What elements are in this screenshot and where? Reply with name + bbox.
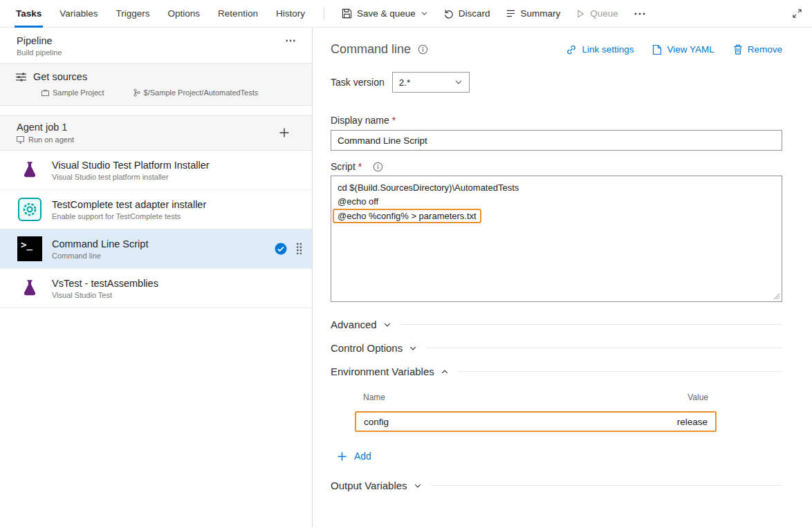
- task-row-vs-test-platform-installer[interactable]: Visual Studio Test Platform Installer Vi…: [0, 151, 312, 190]
- link-icon: [566, 44, 577, 55]
- pipeline-title: Pipeline: [17, 35, 62, 46]
- task-row-vstest-assemblies[interactable]: VsTest - testAssemblies Visual Studio Te…: [0, 269, 312, 308]
- tab-variables[interactable]: Variables: [50, 0, 107, 28]
- chevron-down-icon: [454, 78, 463, 86]
- section-control-options[interactable]: Control Options: [331, 342, 782, 354]
- list-icon: [506, 8, 516, 19]
- save-queue-button[interactable]: Save & queue: [342, 8, 428, 19]
- env-var-row: config release: [355, 411, 717, 432]
- pipeline-tree-panel: Pipeline Build pipeline Get sources Sam: [0, 28, 313, 527]
- task-version-select[interactable]: 2.*: [392, 72, 470, 93]
- tab-retention[interactable]: Retention: [209, 0, 267, 28]
- pipeline-header[interactable]: Pipeline Build pipeline: [0, 28, 312, 64]
- remove-label: Remove: [748, 44, 782, 55]
- task-title: TestComplete test adapter installer: [52, 199, 206, 210]
- tab-triggers[interactable]: Triggers: [107, 0, 159, 28]
- testcomplete-icon: [17, 196, 43, 223]
- section-output-variables[interactable]: Output Variables: [331, 480, 782, 491]
- summary-label: Summary: [521, 8, 561, 19]
- chevron-down-icon: [409, 344, 417, 352]
- chevron-up-icon: [441, 368, 449, 376]
- environment-variables-table: Name Value config release: [355, 393, 717, 432]
- toolbar-divider: [324, 8, 324, 20]
- save-icon: [342, 8, 352, 19]
- link-settings-button[interactable]: Link settings: [566, 44, 634, 55]
- env-name-input[interactable]: config: [364, 417, 389, 427]
- project-name: Sample Project: [53, 88, 104, 97]
- get-sources-row[interactable]: Get sources Sample Project $/Sample Proj…: [0, 64, 312, 106]
- document-icon: [652, 44, 662, 55]
- fullscreen-icon[interactable]: [792, 8, 802, 19]
- queue-button: Queue: [575, 8, 618, 19]
- task-version-label: Task version: [331, 77, 385, 88]
- tab-history[interactable]: History: [267, 0, 314, 28]
- view-yaml-button[interactable]: View YAML: [652, 44, 714, 55]
- flask-icon: [17, 275, 43, 301]
- info-icon[interactable]: [373, 162, 383, 172]
- task-row-command-line-script[interactable]: >_ Command Line Script Command line: [0, 229, 312, 269]
- chevron-down-icon: [414, 482, 422, 490]
- section-divider: [426, 348, 782, 348]
- section-advanced[interactable]: Advanced: [331, 319, 782, 330]
- selected-check-icon: [275, 243, 287, 255]
- task-type-title: Command line: [331, 42, 411, 57]
- add-variable-button[interactable]: Add: [337, 451, 782, 462]
- advanced-label: Advanced: [331, 319, 377, 330]
- tab-options[interactable]: Options: [159, 0, 210, 28]
- remove-button[interactable]: Remove: [733, 44, 782, 55]
- play-icon: [575, 9, 585, 19]
- section-environment-variables[interactable]: Environment Variables: [331, 366, 782, 377]
- resize-handle-icon[interactable]: [773, 293, 780, 300]
- task-subtitle: Command line: [52, 252, 148, 260]
- tab-tasks[interactable]: Tasks: [7, 0, 50, 28]
- repo-path-ref: $/Sample Project/AutomatedTests: [133, 88, 259, 97]
- script-label: Script: [331, 161, 356, 172]
- add-label: Add: [354, 451, 371, 462]
- project-icon: [41, 89, 49, 96]
- agent-job-title: Agent job 1: [17, 122, 74, 133]
- agent-job-row[interactable]: Agent job 1 Run on agent: [0, 115, 312, 151]
- top-toolbar: Tasks Variables Triggers Options Retenti…: [0, 0, 812, 28]
- pipeline-subtitle: Build pipeline: [17, 48, 62, 57]
- task-title: VsTest - testAssemblies: [52, 278, 158, 289]
- script-textarea[interactable]: cd $(Build.SourcesDirectory)\AutomatedTe…: [331, 176, 782, 302]
- discard-button[interactable]: Discard: [443, 8, 490, 19]
- display-name-label: Display name: [331, 115, 389, 126]
- env-value-input[interactable]: release: [677, 417, 708, 427]
- summary-button[interactable]: Summary: [506, 8, 561, 19]
- display-name-input[interactable]: [331, 130, 782, 151]
- add-task-button[interactable]: [279, 127, 290, 138]
- task-title: Visual Studio Test Platform Installer: [52, 160, 210, 171]
- command-line-icon: >_: [17, 236, 43, 262]
- chevron-down-icon[interactable]: [421, 10, 428, 17]
- plus-icon: [337, 451, 347, 462]
- get-sources-title: Get sources: [33, 71, 87, 82]
- info-icon[interactable]: [418, 44, 428, 55]
- control-options-label: Control Options: [331, 342, 403, 354]
- view-yaml-label: View YAML: [667, 44, 714, 55]
- task-version-value: 2.*: [399, 77, 411, 88]
- section-divider: [400, 324, 782, 325]
- repo-path: $/Sample Project/AutomatedTests: [144, 88, 259, 97]
- flask-icon: [17, 157, 43, 183]
- link-settings-label: Link settings: [582, 44, 634, 55]
- undo-icon: [443, 8, 454, 19]
- section-divider: [431, 485, 782, 486]
- required-mark: *: [392, 115, 396, 126]
- task-title: Command Line Script: [52, 238, 148, 249]
- sources-icon: [15, 73, 27, 82]
- column-header-name: Name: [363, 393, 385, 402]
- task-row-testcomplete-adapter[interactable]: TestComplete test adapter installer Enab…: [0, 190, 312, 229]
- script-line: @echo %config% > parameters.txt: [338, 209, 775, 223]
- output-variables-label: Output Variables: [331, 480, 407, 491]
- chevron-down-icon: [383, 321, 391, 329]
- more-actions-icon[interactable]: [634, 12, 645, 15]
- branch-icon: [133, 88, 140, 97]
- queue-label: Queue: [590, 8, 618, 19]
- drag-handle-icon[interactable]: [296, 243, 302, 255]
- task-subtitle: Visual Studio test platform installer: [52, 173, 210, 181]
- section-divider: [458, 371, 782, 372]
- highlight-annotation: @echo %config% > parameters.txt: [333, 209, 481, 223]
- agent-icon: [17, 136, 24, 144]
- pipeline-more-icon[interactable]: [283, 35, 298, 46]
